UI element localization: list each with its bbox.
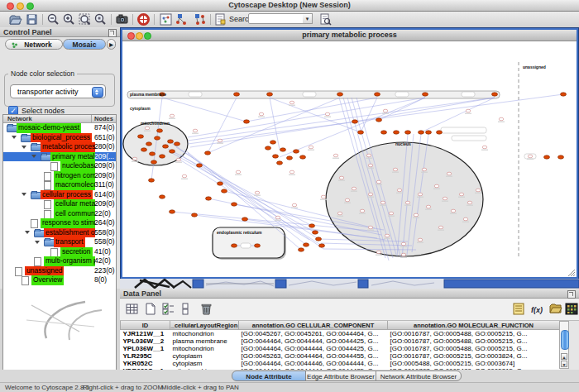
node-selected-orange[interactable] — [437, 131, 443, 134]
node-selected-orange[interactable] — [313, 231, 318, 234]
node[interactable] — [459, 193, 464, 196]
table-cell[interactable]: [GO:0044464, GO:0044444, GO:0044425, G..… — [239, 345, 388, 352]
node-selected-orange[interactable] — [358, 131, 364, 134]
node-selected-orange[interactable] — [319, 244, 325, 247]
network-window-titlebar[interactable]: primary metabolic process — [122, 30, 577, 41]
node-selected-orange[interactable] — [287, 156, 293, 160]
tree-row-macromolecule[interactable]: macromolecule311(0) — [3, 180, 116, 190]
node[interactable] — [463, 218, 468, 221]
node-selected-orange[interactable] — [270, 141, 276, 144]
node-selected-orange[interactable] — [376, 118, 382, 122]
tree-row-transport[interactable]: transport558(0) — [3, 237, 116, 247]
node-selected-orange[interactable] — [423, 93, 428, 96]
node[interactable] — [438, 226, 443, 229]
float-panel-icon[interactable] — [567, 290, 576, 299]
table-cell[interactable]: YPL036W__2 — [121, 337, 170, 345]
table-cell[interactable]: [GO:0044464, GO:0044446, GO:0044444, G..… — [239, 360, 388, 367]
window-titlebar[interactable]: Cytoscape Desktop (New Session) — [0, 0, 579, 12]
delete-attribute-button[interactable] — [199, 302, 213, 316]
node[interactable] — [380, 201, 385, 204]
node-selected-orange[interactable] — [160, 155, 165, 158]
node-selected-orange[interactable] — [197, 164, 203, 167]
table-cell[interactable]: [GO:0044464, GO:0044444, GO:0044425, G..… — [239, 337, 388, 345]
help-button[interactable] — [136, 12, 151, 26]
table-row[interactable]: YPL036W__2plasma membrane[GO:0044464, GO… — [121, 337, 560, 345]
search-input[interactable] — [248, 13, 306, 24]
node-selected-orange[interactable] — [234, 93, 240, 96]
node-selected-orange[interactable] — [157, 129, 163, 132]
node[interactable] — [176, 158, 181, 161]
node-selected-orange[interactable] — [277, 161, 283, 165]
column-header[interactable]: ID — [121, 321, 170, 330]
node-selected-orange[interactable] — [273, 155, 279, 158]
node[interactable] — [255, 191, 260, 194]
node[interactable] — [376, 180, 381, 184]
table-cell[interactable]: [GO:0016787, GO:0005215, GO:0003824, G..… — [388, 352, 560, 360]
node-selected-orange[interactable] — [163, 145, 169, 148]
node[interactable] — [145, 127, 150, 130]
node[interactable] — [401, 242, 406, 246]
table-row[interactable]: YPL036W__1mitochondrion[GO:0044464, GO:0… — [121, 345, 560, 352]
node-selected-orange[interactable] — [294, 150, 299, 153]
zoom-fit-button[interactable] — [78, 12, 92, 26]
node-selected-orange[interactable] — [299, 248, 304, 251]
table-row[interactable]: YJR121W__1mitochondrion[GO:0045267, GO:0… — [121, 330, 560, 338]
node-selected-orange[interactable] — [558, 155, 564, 159]
node[interactable] — [132, 157, 137, 160]
node-selected-orange[interactable] — [352, 120, 358, 123]
node[interactable] — [275, 216, 280, 219]
node[interactable] — [499, 117, 504, 121]
node[interactable] — [321, 195, 326, 198]
tab-network[interactable]: Network — [5, 39, 63, 50]
node-selected-orange[interactable] — [205, 151, 211, 155]
node[interactable] — [368, 226, 373, 229]
node[interactable] — [443, 197, 447, 200]
save-session-button[interactable] — [25, 12, 39, 26]
node-selected-orange[interactable] — [192, 213, 198, 217]
node-selected-orange[interactable] — [151, 160, 157, 164]
tree-row-unassigned[interactable]: unassigned223(0) — [3, 266, 116, 276]
node-selected-orange[interactable] — [300, 155, 306, 159]
table-cell[interactable]: cytoplasm — [170, 352, 239, 360]
node-selected-orange[interactable] — [255, 244, 261, 247]
tree-row-mosaic-demo-yeast[interactable]: mosaic-demo-yeast874(0) — [3, 123, 116, 133]
node-selected-orange[interactable] — [316, 237, 322, 241]
table-scrollbar[interactable]: ▲ ▼ — [559, 321, 569, 369]
node-selected-orange[interactable] — [242, 218, 248, 221]
table-cell[interactable]: YPL036W__1 — [121, 345, 170, 352]
table-row[interactable]: YLR295Ccytoplasm[GO:0045263, GO:0044464,… — [121, 352, 560, 360]
scroll-up-button[interactable]: ▲ — [561, 353, 567, 360]
node-selected-orange[interactable] — [222, 189, 227, 193]
tree-row-cell-communicat[interactable]: cell communicat22(0) — [3, 209, 116, 219]
node[interactable] — [352, 187, 356, 190]
node-selected-orange[interactable] — [155, 136, 160, 140]
tree-row-biological-process[interactable]: biological_process651(0) — [3, 133, 116, 143]
birds-eye-preview[interactable] — [15, 295, 106, 341]
node[interactable] — [290, 101, 294, 104]
node[interactable] — [426, 205, 431, 208]
node-selected-orange[interactable] — [394, 131, 400, 134]
node[interactable] — [193, 129, 198, 132]
edge[interactable] — [208, 98, 340, 153]
attribute-matrix-button[interactable] — [565, 302, 579, 316]
snapshot-button[interactable] — [115, 12, 129, 26]
node-selected-orange[interactable] — [309, 224, 315, 227]
zoom-in-button[interactable] — [62, 12, 76, 26]
node-selected-orange[interactable] — [232, 203, 237, 206]
node-selected-orange[interactable] — [337, 93, 343, 96]
function-builder-button[interactable]: f(x) — [529, 302, 545, 316]
node-selected-orange[interactable] — [168, 140, 174, 143]
table-cell[interactable]: YKR052C — [121, 360, 170, 367]
search-dropdown-button[interactable]: ▼ — [303, 13, 313, 24]
node-selected-orange[interactable] — [419, 131, 424, 134]
node[interactable] — [337, 212, 342, 215]
node-selected-orange[interactable] — [218, 182, 223, 185]
search-options-button[interactable] — [318, 12, 333, 26]
table-cell[interactable]: [GO:0045267, GO:0045261, GO:0044464, G..… — [239, 330, 388, 338]
node[interactable] — [368, 164, 373, 167]
table-cell[interactable]: YJR121W__1 — [121, 330, 170, 338]
zoom-out-button[interactable] — [46, 12, 60, 26]
tree-row-secretion[interactable]: secretion41(0) — [3, 247, 116, 257]
node[interactable] — [451, 209, 456, 213]
select-attributes-button[interactable] — [161, 302, 175, 316]
